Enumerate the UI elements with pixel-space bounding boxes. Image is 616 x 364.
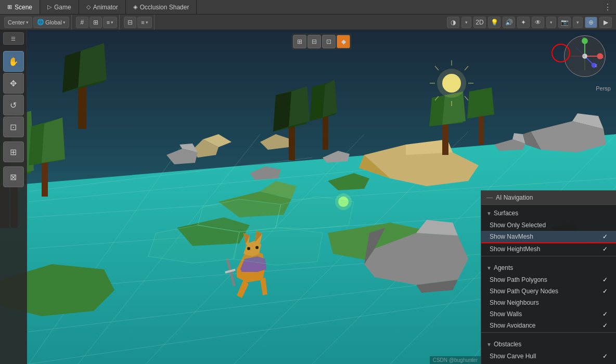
gizmo-btn[interactable]: ⊕	[585, 17, 597, 28]
center-btn[interactable]: Center ▾	[4, 17, 32, 28]
persp-label: Persp	[596, 85, 611, 92]
surfaces-divider	[481, 256, 616, 256]
viewport-toolbar: ⊞ ⊟ ⊡ ◆	[291, 33, 352, 50]
move-btn[interactable]: ✥	[3, 73, 24, 94]
show-path-polygons-check: ✓	[602, 276, 608, 283]
shading-dropdown[interactable]: ▾	[461, 17, 471, 28]
obstacles-section: ▼ Obstacles Show Carve Hull ✓	[481, 336, 616, 364]
light-btn[interactable]: 💡	[488, 17, 500, 28]
show-neighbours-item[interactable]: Show Neighbours	[481, 297, 616, 308]
layer-icon[interactable]: ⊟	[124, 17, 136, 28]
agents-divider	[481, 332, 616, 333]
global-btn[interactable]: 🌐 Global ▾	[33, 17, 69, 28]
gizmo[interactable]: x y z Persp	[564, 35, 611, 82]
main-area: ☰ ✋ ✥ ↺ ⊡ ⊞ ⊠ ⊞ ⊟ ⊡ ◆	[0, 30, 616, 364]
svg-marker-97	[233, 228, 323, 265]
snap-label: ≡	[107, 19, 110, 25]
show-carve-hull-label: Show Carve Hull	[490, 353, 536, 360]
hand-btn[interactable]: ✋	[3, 51, 24, 72]
snap-btn[interactable]: #	[76, 17, 88, 28]
show-walls-item[interactable]: Show Walls ✓	[481, 308, 616, 320]
agents-header[interactable]: ▼ Agents	[481, 262, 616, 274]
svg-rect-65	[323, 116, 328, 150]
fx-btn[interactable]: ✦	[517, 17, 530, 28]
svg-rect-49	[42, 160, 48, 197]
surfaces-arrow: ▼	[486, 211, 492, 216]
scene-icon: ⊞	[7, 4, 12, 10]
obstacles-arrow: ▼	[486, 342, 492, 347]
show-navmesh-item[interactable]: Show NavMesh ✓	[481, 231, 616, 243]
show-avoidance-label: Show Avoidance	[490, 322, 536, 329]
svg-marker-51	[42, 118, 65, 163]
snap-btn2[interactable]: ⊞	[89, 17, 102, 28]
panel-title: AI Navigation	[496, 194, 533, 201]
surfaces-header[interactable]: ▼ Surfaces	[481, 207, 616, 219]
camera-btn[interactable]: 📷	[558, 17, 571, 28]
show-carve-hull-item[interactable]: Show Carve Hull ✓	[481, 350, 616, 362]
twod-btn[interactable]: 2D	[473, 17, 486, 28]
cam-dropdown[interactable]: ▾	[573, 17, 583, 28]
main-toolbar: Center ▾ 🌐 Global ▾ # ⊞ ≡ ▾ ⊟ ≡ ▾ ◑ ▾ 2D…	[0, 15, 616, 30]
vis-dropdown[interactable]: ▾	[546, 17, 556, 28]
show-heightmesh-check: ✓	[602, 245, 608, 253]
svg-marker-55	[62, 51, 81, 93]
more-btn[interactable]: ▶	[599, 17, 612, 28]
tab-game-label: Game	[54, 4, 71, 11]
audio-btn[interactable]: 🔊	[503, 17, 515, 28]
vp-3d2-btn[interactable]: ⊡	[322, 35, 336, 48]
global-label: Global	[45, 19, 62, 25]
left-toolbar: ☰ ✋ ✥ ↺ ⊡ ⊞ ⊠	[0, 30, 27, 364]
shading-btn[interactable]: ◑	[447, 17, 459, 28]
ai-nav-panel: — AI Navigation ▼ Surfaces Show Only Sel…	[481, 190, 616, 364]
snap-settings-btn[interactable]: ≡ ▾	[103, 17, 117, 28]
global-arrow: ▾	[63, 20, 66, 25]
tab-menu-btn[interactable]: ⋮	[599, 2, 616, 12]
globe-icon: 🌐	[37, 19, 44, 25]
tab-occlusion[interactable]: ◈ Occlusion Shader	[126, 0, 197, 14]
show-path-query-nodes-check: ✓	[602, 288, 608, 295]
show-carve-hull-check: ✓	[602, 353, 608, 360]
agents-section: ▼ Agents Show Path Polygons ✓ Show Path …	[481, 259, 616, 336]
layer-btn[interactable]: ≡ ▾	[137, 17, 151, 28]
rect-btn[interactable]: ⊞	[3, 141, 24, 162]
animator-icon: ◇	[86, 4, 91, 10]
scene-vis-btn[interactable]: 👁	[532, 17, 544, 28]
obstacles-header[interactable]: ▼ Obstacles	[481, 338, 616, 350]
tab-scene[interactable]: ⊞ Scene	[0, 0, 40, 14]
show-path-polygons-item[interactable]: Show Path Polygons ✓	[481, 274, 616, 285]
vp-3d-btn[interactable]: ⊞	[293, 35, 306, 48]
layer-label: ≡	[141, 19, 144, 25]
show-neighbours-label: Show Neighbours	[490, 299, 539, 306]
menu-btn[interactable]: ☰	[3, 32, 24, 45]
agents-arrow: ▼	[486, 265, 492, 271]
tab-animator[interactable]: ◇ Animator	[79, 0, 126, 14]
rotate-btn[interactable]: ↺	[3, 95, 24, 115]
toolbar-layer-group: ⊟ ≡ ▾	[122, 15, 154, 30]
layer-arrow: ▾	[146, 20, 148, 25]
svg-point-69	[437, 69, 466, 98]
scale-btn[interactable]: ⊡	[3, 116, 24, 137]
tab-game[interactable]: ▷ Game	[40, 0, 79, 14]
tab-occlusion-label: Occlusion Shader	[140, 4, 189, 11]
toolbar-snap-group: # ⊞ ≡ ▾	[74, 15, 120, 30]
scene-viewport[interactable]: ☰ ✋ ✥ ↺ ⊡ ⊞ ⊠ ⊞ ⊟ ⊡ ◆	[0, 30, 616, 364]
vp-rect-btn[interactable]: ⊟	[307, 35, 321, 48]
show-only-selected-item[interactable]: Show Only Selected	[481, 219, 616, 231]
vp-shaded-btn[interactable]: ◆	[337, 35, 350, 48]
transform-btn[interactable]: ⊠	[3, 166, 24, 187]
occlusion-icon: ◈	[133, 4, 137, 10]
show-heightmesh-item[interactable]: Show HeightMesh ✓	[481, 243, 616, 255]
show-avoidance-item[interactable]: Show Avoidance ✓	[481, 320, 616, 331]
center-arrow: ▾	[26, 20, 29, 25]
show-path-query-nodes-item[interactable]: Show Path Query Nodes ✓	[481, 285, 616, 297]
gizmo-circle[interactable]: x y z	[564, 35, 606, 77]
toolbar-right: ◑ ▾ 2D 💡 🔊 ✦ 👁 ▾ 📷 ▾ ⊕ ▶	[445, 17, 614, 28]
cam-arrow: ▾	[576, 20, 579, 25]
svg-text:y: y	[583, 36, 585, 41]
svg-line-107	[575, 47, 585, 56]
svg-marker-64	[273, 92, 291, 132]
svg-marker-63	[289, 86, 310, 126]
center-label: Center	[8, 19, 25, 25]
show-walls-label: Show Walls	[490, 310, 522, 318]
surfaces-section: ▼ Surfaces Show Only Selected Show NavMe…	[481, 205, 616, 259]
